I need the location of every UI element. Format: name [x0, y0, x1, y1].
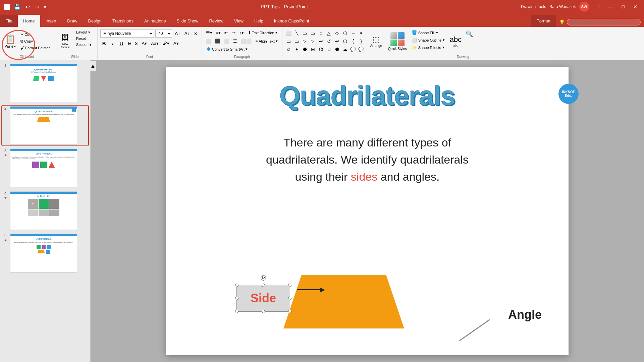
undo-button[interactable]: ↩ — [24, 3, 31, 11]
trapezoid-shape[interactable] — [283, 275, 404, 328]
shape-s8-btn[interactable]: ⬡ — [341, 38, 349, 45]
align-text-button[interactable]: ≡ Align Text ▾ — [254, 38, 279, 44]
case-button[interactable]: Aa▾ — [150, 40, 160, 47]
underline-button[interactable]: U — [118, 40, 125, 47]
tab-draw[interactable]: Draw — [62, 15, 83, 27]
shape-t7-btn[interactable]: ⬟ — [333, 46, 341, 53]
tab-help[interactable]: Help — [249, 15, 269, 27]
customize-button[interactable]: ▾ — [42, 3, 48, 11]
shape-select-btn[interactable]: ⬜ — [285, 29, 292, 37]
slide-thumb-4[interactable]: 4 ★ In Real Life 🍦 — [2, 191, 88, 231]
shape-s4-btn[interactable]: ▷ — [309, 38, 317, 45]
tab-animations[interactable]: Animations — [139, 15, 171, 27]
bold-button[interactable]: B — [100, 40, 108, 47]
shape-s9-btn[interactable]: { — [350, 38, 357, 45]
clear-format-button[interactable]: ✕ — [193, 31, 199, 37]
handle-mid-right[interactable] — [288, 297, 291, 300]
bullets-button[interactable]: ☰▾ — [205, 29, 214, 36]
scroll-up-button[interactable]: ▲ — [90, 61, 96, 71]
tab-design[interactable]: Design — [83, 15, 107, 27]
shadow-button[interactable]: S — [133, 40, 139, 47]
shape-line-btn[interactable]: ╲ — [293, 29, 301, 37]
section-button[interactable]: Section ▾ — [75, 42, 93, 48]
convert-smartart-button[interactable]: 🔷 Convert to SmartArt ▾ — [205, 46, 249, 52]
font-family-select[interactable]: Minya Nouvelle — [100, 29, 154, 38]
rotate-handle[interactable]: ↻ — [261, 275, 266, 281]
shape-s7-btn[interactable]: ↩ — [333, 38, 341, 45]
strikethrough-button[interactable]: S — [126, 40, 132, 47]
tab-slideshow[interactable]: Slide Show — [171, 15, 204, 27]
tab-inknoe[interactable]: Inknoe ClassPoint — [269, 15, 315, 27]
tab-review[interactable]: Review — [204, 15, 229, 27]
quick-styles-dropdown[interactable]: Quick Styles — [388, 47, 407, 51]
increase-font-button[interactable]: A↑ — [173, 30, 181, 37]
handle-top-right[interactable] — [288, 284, 291, 287]
tab-file[interactable]: File — [0, 15, 18, 27]
shape-more-btn[interactable]: ▾ — [358, 29, 365, 37]
quick-style-1[interactable] — [390, 32, 397, 39]
tab-insert[interactable]: Insert — [40, 15, 62, 27]
shape-effects-button[interactable]: ✨ Shape Effects ▾ — [410, 44, 447, 51]
handle-bot-mid[interactable] — [262, 310, 265, 313]
shape-s6-btn[interactable]: ↺ — [325, 38, 333, 45]
cut-button[interactable]: ✂Cut — [19, 32, 51, 38]
shape-t1-btn[interactable]: ✩ — [285, 46, 292, 53]
new-slide-button[interactable]: 🖼 NewSlide ▾ — [57, 29, 73, 53]
shape-t2-btn[interactable]: ✦ — [293, 46, 301, 53]
user-avatar[interactable]: SW — [579, 2, 589, 12]
shape-outline-button[interactable]: ⬜ Shape Outline ▾ — [410, 37, 447, 43]
shape-t3-btn[interactable]: ⬣ — [301, 46, 309, 53]
save-button[interactable]: 💾 — [13, 3, 22, 11]
slide-thumb-1[interactable]: 1 Quadrilaterals: A Parade of Four-Sided… — [2, 63, 88, 103]
layout-button[interactable]: Layout ▾ — [75, 29, 93, 35]
quick-style-4[interactable] — [398, 40, 405, 46]
find-icon[interactable]: 🔍 — [466, 30, 473, 38]
close-button[interactable]: ✕ — [631, 3, 640, 11]
quick-style-3[interactable] — [390, 40, 397, 46]
shape-diamond-btn[interactable]: ◇ — [333, 29, 341, 37]
maximize-button[interactable]: □ — [619, 3, 627, 11]
format-painter-button[interactable]: 🖌Format Painter — [19, 45, 51, 51]
tab-format[interactable]: Format — [531, 15, 556, 27]
font-size-select[interactable]: 40 — [155, 29, 172, 38]
shape-s5-btn[interactable]: ↩ — [317, 38, 325, 45]
copy-button[interactable]: ⧉Copy — [19, 38, 51, 44]
shape-rect2-btn[interactable]: ▭ — [309, 29, 317, 37]
text-direction-button[interactable]: ⬆ Text Direction ▾ — [246, 30, 279, 36]
align-right-button[interactable]: ⬜ — [223, 38, 231, 44]
shape-circle-btn[interactable]: ○ — [317, 29, 325, 37]
tell-me-input[interactable] — [567, 19, 641, 25]
shape-rect-btn[interactable]: ▭ — [301, 29, 309, 37]
inknoe-button[interactable]: INKNOE Edu. — [558, 84, 579, 104]
redo-button[interactable]: ↪ — [33, 3, 40, 11]
paste-button[interactable]: 📋 Paste ▾ — [3, 29, 18, 53]
align-left-button[interactable]: ⬜ — [205, 38, 213, 44]
slide-thumb-3[interactable]: 3 ★ Let's Review... All polygons are mad… — [2, 148, 88, 188]
highlight-button[interactable]: 🖊▾ — [161, 40, 171, 47]
shape-s3-btn[interactable]: ▷ — [301, 38, 309, 45]
italic-button[interactable]: I — [109, 40, 116, 47]
handle-top-left[interactable] — [235, 284, 238, 287]
share-button[interactable]: ⬚ — [593, 3, 602, 11]
shape-t5-btn[interactable]: ⌬ — [317, 46, 325, 53]
shape-t4-btn[interactable]: ⊞ — [309, 46, 317, 53]
slide-thumb-2[interactable]: 2 Quadrilaterals There are many differen… — [2, 106, 88, 145]
font-color2-button[interactable]: A▾ — [172, 40, 180, 47]
decrease-indent-button[interactable]: ⇤ — [223, 29, 229, 36]
handle-mid-left[interactable] — [235, 297, 238, 300]
columns-button[interactable]: ⬜⬜ — [239, 38, 253, 44]
shape-arrow-btn[interactable]: → — [350, 29, 357, 37]
numbering-button[interactable]: ≡▾ — [215, 29, 222, 36]
decrease-font-button[interactable]: A↓ — [183, 30, 191, 37]
tab-view[interactable]: View — [229, 15, 249, 27]
handle-bot-right[interactable] — [288, 310, 291, 313]
justify-button[interactable]: ☰ — [232, 38, 238, 44]
minimize-button[interactable]: — — [606, 3, 616, 11]
shape-t10-btn[interactable]: 💬 — [358, 46, 365, 53]
side-textbox[interactable]: ↻ Side — [236, 285, 290, 312]
font-color-button[interactable]: A▾ — [140, 40, 148, 47]
shape-t9-btn[interactable]: 💬 — [350, 46, 357, 53]
shape-t6-btn[interactable]: ⊿ — [325, 46, 333, 53]
shape-s2-btn[interactable]: ▭ — [293, 38, 301, 45]
handle-top-mid[interactable] — [262, 284, 265, 287]
